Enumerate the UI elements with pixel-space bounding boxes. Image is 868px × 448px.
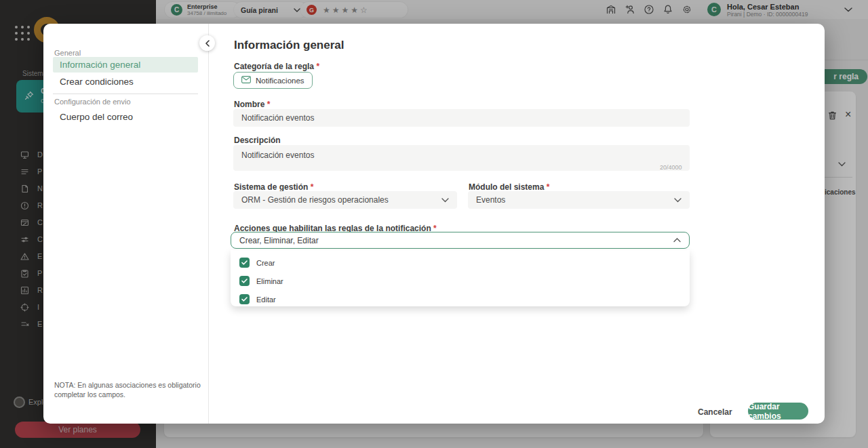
system-select[interactable]: ORM - Gestión de riesgos operacionales [233,191,457,209]
modal-note: NOTA: En algunas asociaciones es obligat… [54,380,202,399]
module-label: Módulo del sistema * [469,182,549,192]
cancel-button[interactable]: Cancelar [698,407,732,417]
save-changes-button[interactable]: Guardar cambios [748,403,808,420]
name-label: Nombre * [234,100,270,109]
chevron-up-icon [673,238,681,243]
option-label: Eliminar [256,277,283,285]
actions-multiselect[interactable]: Crear, Eliminar, Editar [231,232,690,249]
system-select-value: ORM - Gestión de riesgos operacionales [241,195,389,205]
description-textarea[interactable]: Notificación eventos [233,145,690,171]
char-counter: 20/4000 [660,164,682,171]
modal-sidebar: General Información general Crear condic… [43,24,209,424]
checkbox-checked-icon[interactable] [239,294,250,304]
action-option-eliminar[interactable]: Eliminar [231,272,690,290]
module-select-value: Eventos [476,195,505,205]
actions-dropdown-panel: Crear Eliminar Editar [231,250,690,306]
chevron-down-icon [674,198,682,203]
category-chip-notificaciones[interactable]: Notificaciones [233,72,313,89]
modal-nav-section-general: General [54,49,81,57]
chevron-down-icon [441,198,449,203]
system-label: Sistema de gestión * [234,182,313,192]
nav-item-informacion-general[interactable]: Información general [53,57,198,73]
actions-value: Crear, Eliminar, Editar [239,236,319,245]
checkbox-checked-icon[interactable] [239,276,250,286]
option-label: Crear [256,259,275,267]
required-mark: * [547,182,550,192]
modal-nav-divider [53,94,198,94]
checkbox-checked-icon[interactable] [239,258,250,268]
name-input[interactable]: Notificación eventos [233,109,690,127]
description-label: Descripción [234,136,281,145]
required-mark: * [316,62,319,71]
category-label: Categoría de la regla * [234,62,319,71]
required-mark: * [311,182,314,192]
collapse-sidebar-button[interactable] [199,35,215,51]
nav-item-crear-condiciones[interactable]: Crear condiciones [53,74,198,89]
required-mark: * [267,100,271,109]
option-label: Editar [256,296,276,304]
screen: r regla × icaciones C Enterprise 34758 /… [0,0,868,448]
notification-rule-modal: General Información general Crear condic… [43,24,825,424]
modal-title: Información general [234,39,344,52]
action-option-crear[interactable]: Crear [231,253,690,272]
nav-item-cuerpo-del-correo[interactable]: Cuerpo del correo [53,109,198,125]
category-chip-label: Notificaciones [256,77,304,85]
envelope-icon [241,76,251,85]
action-option-editar[interactable]: Editar [231,290,690,308]
modal-nav-section-envio: Configuración de envio [54,98,131,106]
module-select[interactable]: Eventos [468,191,690,209]
